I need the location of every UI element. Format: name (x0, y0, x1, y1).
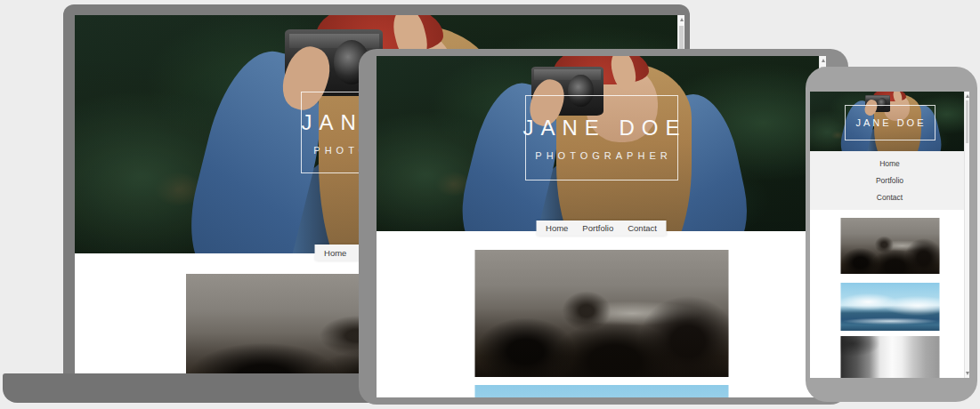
phone-screen: JANE DOE PHOTOGRAPHER Home Portfolio Con… (810, 92, 969, 378)
scroll-down-icon[interactable] (965, 369, 969, 378)
site-title: JANE DOE (515, 116, 686, 140)
phone-scrollbar[interactable] (964, 92, 969, 378)
scroll-up-icon[interactable] (678, 15, 684, 24)
scroll-up-icon[interactable] (965, 92, 969, 100)
tablet-nav-contact[interactable]: Contact (628, 223, 657, 233)
phone-nav-portfolio[interactable]: Portfolio (876, 176, 903, 185)
hero-title-box: JANE DOE PHOTOGRAPHER (845, 105, 935, 140)
portfolio-image-ocean (474, 385, 728, 397)
phone-device: JANE DOE PHOTOGRAPHER Home Portfolio Con… (806, 67, 977, 402)
tablet-nav-portfolio[interactable]: Portfolio (582, 223, 613, 233)
tablet-nav-home[interactable]: Home (546, 223, 568, 233)
tablet-nav: Home Portfolio Contact (536, 221, 667, 236)
site-title: JANE DOE (853, 117, 926, 128)
site-subtitle: PHOTOGRAPHER (530, 150, 671, 161)
tablet-screen: JANE DOE PHOTOGRAPHER Home Portfolio Con… (377, 56, 826, 397)
portfolio-image-waterfall (840, 336, 939, 378)
phone-nav-contact[interactable]: Contact (877, 193, 903, 202)
laptop-nav-home[interactable]: Home (324, 248, 346, 258)
tablet-device: JANE DOE PHOTOGRAPHER Home Portfolio Con… (359, 49, 848, 405)
scroll-up-icon[interactable] (820, 56, 826, 65)
scrollbar-thumb[interactable] (966, 100, 968, 143)
phone-nav-home[interactable]: Home (879, 159, 900, 168)
phone-nav: Home Portfolio Contact (810, 151, 969, 210)
portfolio-image-ocean (840, 283, 939, 331)
hero-title-box: JANE DOE PHOTOGRAPHER (525, 95, 678, 180)
portfolio-image-seascape (840, 218, 939, 274)
portfolio-image-seascape (474, 250, 728, 377)
responsive-design-mockup: JANE DOE PHOTOGRAPHER Home Portfolio Con… (0, 0, 980, 409)
